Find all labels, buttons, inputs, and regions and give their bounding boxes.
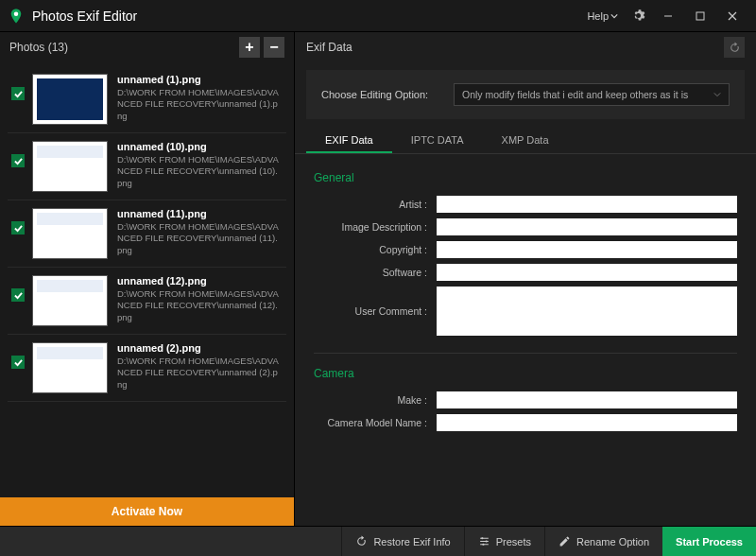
item-info: unnamed (2).pngD:\WORK FROM HOME\IMAGES\… xyxy=(117,342,283,391)
list-item[interactable]: unnamed (12).pngD:\WORK FROM HOME\IMAGES… xyxy=(8,268,286,335)
item-filename: unnamed (11).png xyxy=(117,208,283,219)
start-process-button[interactable]: Start Process xyxy=(662,527,756,556)
photo-list[interactable]: unnamed (1).pngD:\WORK FROM HOME\IMAGES\… xyxy=(0,62,294,497)
item-checkbox[interactable] xyxy=(11,87,25,100)
remove-photo-button[interactable]: − xyxy=(264,37,284,58)
app-logo-icon xyxy=(8,8,25,25)
item-checkbox[interactable] xyxy=(11,288,25,302)
help-label: Help xyxy=(587,10,609,22)
help-menu[interactable]: Help xyxy=(587,10,618,22)
list-item[interactable]: unnamed (11).pngD:\WORK FROM HOME\IMAGES… xyxy=(8,200,286,268)
item-filepath: D:\WORK FROM HOME\IMAGES\ADVANCED FILE R… xyxy=(117,87,283,122)
bottom-toolbar: Restore Exif Info Presets Rename Option … xyxy=(0,526,756,556)
maximize-button[interactable] xyxy=(684,2,716,30)
svg-point-4 xyxy=(485,540,487,542)
chevron-down-icon xyxy=(713,91,721,98)
item-info: unnamed (10).pngD:\WORK FROM HOME\IMAGES… xyxy=(117,141,283,189)
tab-xmp[interactable]: XMP Data xyxy=(483,127,568,153)
list-item[interactable]: unnamed (2).pngD:\WORK FROM HOME\IMAGES\… xyxy=(8,335,286,402)
svg-rect-2 xyxy=(696,12,704,20)
activate-button[interactable]: Activate Now xyxy=(0,497,294,526)
item-filepath: D:\WORK FROM HOME\IMAGES\ADVANCED FILE R… xyxy=(117,154,283,189)
settings-button[interactable] xyxy=(624,2,652,30)
editing-option-value: Only modify fields that i edit and keep … xyxy=(462,89,688,100)
label-copyright: Copyright : xyxy=(314,244,437,255)
item-thumbnail xyxy=(32,141,108,192)
restore-label: Restore Exif Info xyxy=(373,536,450,547)
presets-label: Presets xyxy=(496,536,531,547)
exif-panel: Exif Data Choose Editing Option: Only mo… xyxy=(295,32,756,526)
section-camera: Camera xyxy=(314,367,737,380)
input-camera-model[interactable] xyxy=(437,414,737,431)
title-bar: Photos Exif Editor Help xyxy=(0,0,756,32)
item-checkbox[interactable] xyxy=(11,154,25,167)
section-general: General xyxy=(314,171,737,184)
presets-icon xyxy=(478,535,490,547)
input-software[interactable] xyxy=(437,264,737,281)
tab-iptc[interactable]: IPTC DATA xyxy=(392,127,483,153)
editing-option-label: Choose Editing Option: xyxy=(321,89,454,100)
item-checkbox[interactable] xyxy=(11,221,25,235)
item-info: unnamed (11).pngD:\WORK FROM HOME\IMAGES… xyxy=(117,208,283,256)
photos-sidebar: Photos (13) + − unnamed (1).pngD:\WORK F… xyxy=(0,32,295,526)
exif-form: General Artist : Image Description : Cop… xyxy=(295,154,756,526)
editing-option-dropdown[interactable]: Only modify fields that i edit and keep … xyxy=(454,83,730,106)
label-user-comment: User Comment : xyxy=(314,305,437,317)
input-copyright[interactable] xyxy=(437,241,737,258)
input-image-description[interactable] xyxy=(437,218,737,235)
svg-point-3 xyxy=(481,537,483,539)
item-checkbox[interactable] xyxy=(11,356,25,369)
input-artist[interactable] xyxy=(437,196,737,213)
list-item[interactable]: unnamed (1).pngD:\WORK FROM HOME\IMAGES\… xyxy=(8,66,286,133)
rename-icon xyxy=(558,535,571,547)
item-filename: unnamed (2).png xyxy=(117,342,283,354)
list-item[interactable]: unnamed (10).pngD:\WORK FROM HOME\IMAGES… xyxy=(8,133,286,200)
item-thumbnail xyxy=(32,208,108,259)
app-title: Photos Exif Editor xyxy=(32,9,587,24)
item-filepath: D:\WORK FROM HOME\IMAGES\ADVANCED FILE R… xyxy=(117,221,283,256)
item-filepath: D:\WORK FROM HOME\IMAGES\ADVANCED FILE R… xyxy=(117,288,283,323)
rename-label: Rename Option xyxy=(576,536,649,547)
sidebar-header: Photos (13) + − xyxy=(0,32,294,62)
item-filename: unnamed (12).png xyxy=(117,275,283,287)
presets-button[interactable]: Presets xyxy=(464,527,544,556)
item-info: unnamed (12).pngD:\WORK FROM HOME\IMAGES… xyxy=(117,275,283,323)
rename-option-button[interactable]: Rename Option xyxy=(544,527,662,556)
label-artist: Artist : xyxy=(314,199,437,210)
item-filepath: D:\WORK FROM HOME\IMAGES\ADVANCED FILE R… xyxy=(117,356,283,391)
item-filename: unnamed (10).png xyxy=(117,141,283,152)
input-make[interactable] xyxy=(437,391,737,408)
add-photo-button[interactable]: + xyxy=(239,37,260,58)
panel-title: Exif Data xyxy=(306,41,724,54)
data-tabs: EXIF Data IPTC DATA XMP Data xyxy=(295,127,756,154)
editing-option-row: Choose Editing Option: Only modify field… xyxy=(306,70,745,119)
item-info: unnamed (1).pngD:\WORK FROM HOME\IMAGES\… xyxy=(117,74,283,122)
restore-icon xyxy=(355,535,368,547)
svg-point-0 xyxy=(14,11,19,16)
label-image-description: Image Description : xyxy=(314,221,437,233)
item-thumbnail xyxy=(32,74,108,125)
label-make: Make : xyxy=(314,394,437,406)
item-filename: unnamed (1).png xyxy=(117,74,283,85)
photos-count: Photos (13) xyxy=(9,41,235,54)
restore-exif-button[interactable]: Restore Exif Info xyxy=(341,527,463,556)
item-thumbnail xyxy=(32,275,108,326)
input-user-comment[interactable] xyxy=(437,287,737,336)
svg-point-5 xyxy=(482,544,484,546)
minimize-button[interactable] xyxy=(652,2,684,30)
section-divider xyxy=(314,353,737,354)
close-button[interactable] xyxy=(716,2,748,30)
label-camera-model: Camera Model Name : xyxy=(314,417,437,428)
start-label: Start Process xyxy=(676,536,743,547)
label-software: Software : xyxy=(314,267,437,278)
refresh-button[interactable] xyxy=(724,37,745,58)
tab-exif[interactable]: EXIF Data xyxy=(306,127,392,153)
item-thumbnail xyxy=(32,342,108,393)
